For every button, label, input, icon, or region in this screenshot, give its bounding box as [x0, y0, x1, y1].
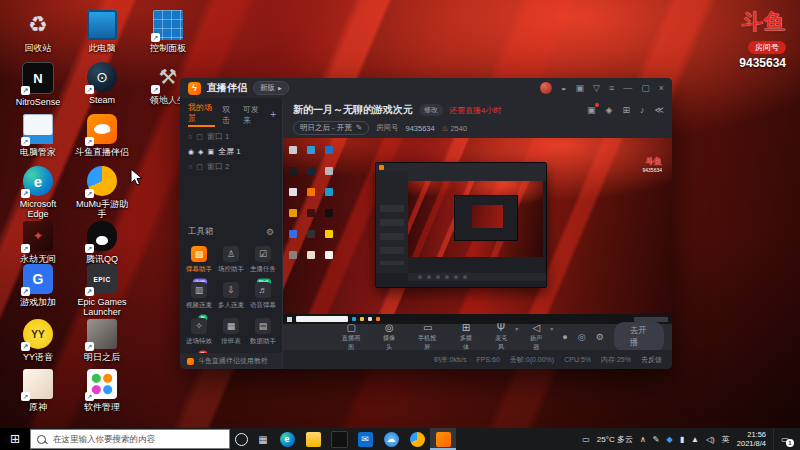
- desktop-icon-recycle-bin[interactable]: ♻ 回收站: [8, 10, 68, 53]
- desktop-icon-genshin[interactable]: 原神: [8, 369, 68, 412]
- taskbar-app-store[interactable]: [326, 428, 352, 450]
- gift-icon[interactable]: ▣: [587, 105, 596, 115]
- taskbar-app-mail[interactable]: ✉: [352, 428, 378, 450]
- feedback-link[interactable]: 去反馈: [641, 355, 662, 365]
- chevron-down-icon[interactable]: ▾: [515, 325, 518, 332]
- media-button[interactable]: ⊞ 多媒体: [457, 323, 475, 352]
- maximize-button[interactable]: ▢: [641, 83, 650, 93]
- start-button[interactable]: ⊞: [0, 428, 30, 450]
- search-input[interactable]: [51, 433, 223, 445]
- tool-schedule[interactable]: ▦ 排班表: [216, 318, 246, 346]
- battery-icon[interactable]: ▮: [680, 435, 684, 444]
- desktop-icon-steam[interactable]: ⊙ Steam: [72, 62, 132, 105]
- source-row[interactable]: ○ ▢ 窗口 2: [180, 159, 282, 174]
- live-screen-button[interactable]: ▢ 直播画面: [339, 323, 363, 352]
- source-row-active[interactable]: ◉ ◈ ▣ 全屏 1: [180, 144, 282, 159]
- desktop-icon-epic[interactable]: EPIC Epic Games Launcher: [72, 264, 132, 318]
- desktop-icon-mumu[interactable]: MuMu手游助手: [72, 166, 132, 220]
- float-window-button[interactable]: ◎: [578, 332, 586, 342]
- cortana-button[interactable]: [230, 428, 252, 450]
- go-live-button[interactable]: 去开播: [614, 322, 664, 352]
- lock-icon[interactable]: ◈: [606, 105, 613, 115]
- chevron-down-icon[interactable]: ▾: [550, 325, 553, 332]
- desktop-icon-software-manager[interactable]: 软件管理: [72, 369, 132, 412]
- lock-icon[interactable]: ◈: [198, 148, 203, 156]
- taskbar-app-explorer[interactable]: [300, 428, 326, 450]
- phone-cast-button[interactable]: ▭ 手机投屏: [415, 323, 439, 352]
- tray-app-icon[interactable]: ▭: [582, 435, 590, 444]
- scene-tab[interactable]: 可发来: [243, 104, 263, 126]
- skin-filter-icon[interactable]: ▽: [593, 83, 600, 93]
- new-version-badge[interactable]: 新版 ▶: [253, 81, 289, 95]
- taskbar-clock[interactable]: 21:56 2021/8/4: [737, 430, 766, 449]
- pen-icon[interactable]: ✎: [653, 435, 660, 444]
- tool-anchor-tasks[interactable]: ☑ 主播任务: [248, 246, 278, 274]
- live-preview-capture[interactable]: 斗鱼 9435634: [283, 138, 672, 324]
- source-row[interactable]: ○ ▢ 窗口 1: [180, 129, 282, 144]
- eye-icon[interactable]: ◉: [188, 148, 194, 156]
- desktop-icon-douyu-companion[interactable]: 斗鱼直播伴侣: [72, 114, 132, 157]
- weather-widget[interactable]: 25°C 多云: [597, 434, 633, 445]
- share-icon[interactable]: ≪: [655, 105, 664, 115]
- close-button[interactable]: ×: [659, 83, 664, 93]
- minimize-button[interactable]: —: [623, 83, 632, 93]
- scene-tab-active[interactable]: 我的场景: [188, 102, 215, 127]
- desktop-icon-naraka[interactable]: ✦ 永劫无间: [8, 221, 68, 264]
- desktop-icon-lifeafter[interactable]: 明日之后: [72, 319, 132, 362]
- douyu-watermark: 斗鱼 房间号 9435634: [739, 8, 786, 70]
- desktop-icon-control-panel[interactable]: 控制面板: [138, 10, 198, 53]
- tool-multi-link[interactable]: ⇩ 多人连麦: [216, 282, 246, 310]
- edit-title-button[interactable]: 修改: [419, 104, 443, 116]
- settings-button[interactable]: ⚙: [596, 332, 604, 342]
- security-shield-icon[interactable]: ◆: [666, 435, 672, 444]
- scene-tab[interactable]: 双击: [222, 104, 236, 126]
- eye-off-icon[interactable]: ○: [188, 133, 192, 140]
- feedback-icon[interactable]: ▣: [576, 83, 585, 93]
- tool-entry-effects[interactable]: 新 ✧ 进场特效: [184, 318, 214, 346]
- tool-room-control[interactable]: ♙ 场控助手: [216, 246, 246, 274]
- desktop-icon-nitrosense[interactable]: N NitroSense: [8, 62, 68, 107]
- tool-video-link[interactable]: 内测 ▥ 视频连麦: [184, 282, 214, 310]
- add-scene-button[interactable]: +: [270, 109, 276, 120]
- desktop-icon-qq[interactable]: 腾讯QQ: [72, 221, 132, 264]
- speaker-button[interactable]: ▾ ◁ 扬声器: [527, 323, 545, 352]
- tutorial-banner[interactable]: 斗鱼直播伴侣使用教程: [180, 353, 282, 369]
- taskbar-search[interactable]: [30, 429, 230, 449]
- desktop-icon-gamepp[interactable]: G 游戏加加: [8, 264, 68, 307]
- desktop-icon-label: 腾讯QQ: [72, 254, 132, 264]
- checkbox-icon[interactable]: ▢: [196, 133, 203, 141]
- add-box-icon[interactable]: ⊞: [623, 105, 631, 115]
- volume-icon[interactable]: ◁): [706, 435, 715, 444]
- taskbar-app-douyu-companion[interactable]: [430, 428, 456, 450]
- chevron-up-icon[interactable]: ∧: [640, 435, 646, 444]
- desktop-icon-this-pc[interactable]: 此电脑: [72, 10, 132, 53]
- crop-icon[interactable]: ▣: [208, 148, 215, 156]
- game-category-picker[interactable]: 明日之后 - 开荒 ✎: [293, 121, 369, 135]
- microphone-button[interactable]: ▾ Ψ 麦克风: [492, 323, 510, 352]
- menu-icon[interactable]: ≡: [609, 83, 614, 93]
- network-icon[interactable]: ▲: [691, 435, 699, 444]
- tool-data-assistant[interactable]: ▤ 数据助手: [248, 318, 278, 346]
- desktop-icon-yy[interactable]: YY YY语音: [8, 319, 68, 362]
- toolbox-settings-icon[interactable]: ⚙: [266, 227, 274, 237]
- camera-button[interactable]: ◎ 摄像头: [380, 323, 398, 352]
- bell-icon[interactable]: ♪: [640, 105, 645, 115]
- ime-indicator[interactable]: 英: [722, 434, 730, 445]
- epic-icon: EPIC: [87, 264, 117, 294]
- taskbar-app-edge[interactable]: e: [274, 428, 300, 450]
- desktop-icon-pc-manager[interactable]: 电脑管家: [8, 114, 68, 157]
- eye-off-icon[interactable]: ○: [188, 163, 192, 170]
- record-button[interactable]: ●: [562, 332, 567, 342]
- tool-voice-danmu[interactable]: 限免 ♬ 语音弹幕: [248, 282, 278, 310]
- task-view-button[interactable]: ▦: [252, 428, 274, 450]
- notification-center-button[interactable]: ▭ 1: [773, 428, 796, 450]
- checkbox-icon[interactable]: ▢: [196, 163, 203, 171]
- cpu-stat: CPU:5%: [564, 356, 591, 363]
- taskbar-app-weather[interactable]: ☁: [378, 428, 404, 450]
- user-avatar[interactable]: [540, 82, 552, 94]
- tool-icon: ▥: [191, 282, 207, 298]
- taskbar-app-mumu[interactable]: [404, 428, 430, 450]
- message-icon[interactable]: ◒: [561, 83, 566, 93]
- tool-danmu-assistant[interactable]: ▧ 弹幕助手: [184, 246, 214, 274]
- desktop-icon-edge[interactable]: e Microsoft Edge: [8, 166, 68, 220]
